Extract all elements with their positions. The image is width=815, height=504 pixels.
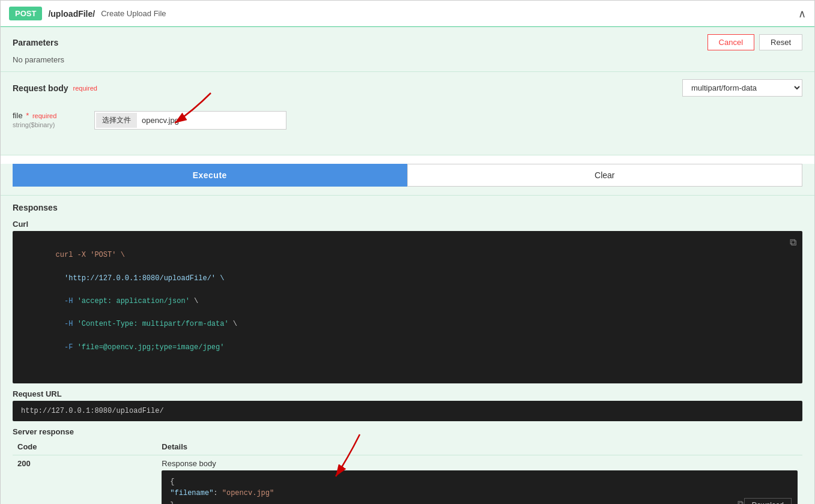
parameters-header: Parameters Cancel Reset bbox=[13, 34, 802, 50]
reset-button[interactable]: Reset bbox=[759, 34, 802, 50]
request-url-block: Request URL http://127.0.0.1:8080/upload… bbox=[13, 389, 802, 421]
endpoint-header: POST /uploadFile/ Create Upload File ∧ bbox=[1, 1, 814, 27]
parameters-section: Parameters Cancel Reset No parameters bbox=[1, 27, 814, 72]
endpoint-path: /uploadFile/ bbox=[48, 9, 95, 19]
field-name: file bbox=[13, 111, 23, 120]
curl-code: curl -X 'POST' \ 'http://127.0.0.1:8080/… bbox=[13, 231, 802, 383]
server-response-label: Server response bbox=[13, 427, 802, 436]
request-body-header: Request body required multipart/form-dat… bbox=[13, 79, 802, 97]
content-type-select[interactable]: multipart/form-data bbox=[682, 79, 802, 97]
response-table: Code Details 200 Response body { "filena… bbox=[13, 439, 802, 504]
file-name-display: opencv.jpg bbox=[137, 115, 184, 126]
copy-response-icon[interactable]: ⧉ bbox=[738, 497, 744, 504]
response-body-label: Response body bbox=[162, 459, 798, 468]
choose-file-button[interactable]: 选择文件 bbox=[96, 113, 137, 128]
code-col-header: Code bbox=[13, 439, 157, 455]
request-url-label: Request URL bbox=[13, 389, 802, 398]
request-body-title: Request body bbox=[13, 83, 68, 93]
response-row-200: 200 Response body { "filename": "opencv.… bbox=[13, 455, 802, 504]
file-field-row: file * required string($binary) 选择文件 ope… bbox=[13, 105, 802, 136]
method-badge: POST bbox=[9, 7, 42, 20]
copy-curl-icon[interactable]: ⧉ bbox=[790, 236, 796, 251]
no-parameters-text: No parameters bbox=[13, 55, 802, 64]
endpoint-description: Create Upload File bbox=[101, 9, 166, 18]
request-url-value: http://127.0.0.1:8080/uploadFile/ bbox=[13, 401, 802, 421]
download-button[interactable]: Download bbox=[744, 498, 792, 504]
parameters-title: Parameters bbox=[13, 38, 58, 47]
response-code: 200 bbox=[13, 455, 157, 504]
parameters-actions: Cancel Reset bbox=[707, 34, 802, 50]
required-text: required bbox=[32, 112, 56, 119]
file-label: file * required string($binary) bbox=[13, 111, 85, 128]
required-badge: required bbox=[73, 85, 97, 92]
cancel-button[interactable]: Cancel bbox=[707, 34, 754, 50]
file-input-wrapper[interactable]: 选择文件 opencv.jpg bbox=[94, 111, 286, 130]
response-details-cell: Response body { "filename": "opencv.jpg"… bbox=[157, 455, 802, 504]
execute-row: Execute Clear bbox=[1, 164, 814, 195]
execute-button[interactable]: Execute bbox=[13, 164, 407, 187]
curl-block: Curl curl -X 'POST' \ 'http://127.0.0.1:… bbox=[13, 220, 802, 383]
request-body-section: Request body required multipart/form-dat… bbox=[1, 72, 814, 155]
responses-title: Responses bbox=[13, 203, 802, 212]
responses-section: Responses Curl curl -X 'POST' \ 'http://… bbox=[1, 195, 814, 504]
response-body-code: { "filename": "opencv.jpg" } Download ⧉ bbox=[162, 470, 798, 504]
clear-button[interactable]: Clear bbox=[407, 164, 803, 187]
collapse-button[interactable]: ∧ bbox=[798, 7, 806, 20]
required-star: * bbox=[26, 111, 29, 120]
curl-label: Curl bbox=[13, 220, 802, 229]
field-type: string($binary) bbox=[13, 121, 85, 128]
details-col-header: Details bbox=[157, 439, 802, 455]
